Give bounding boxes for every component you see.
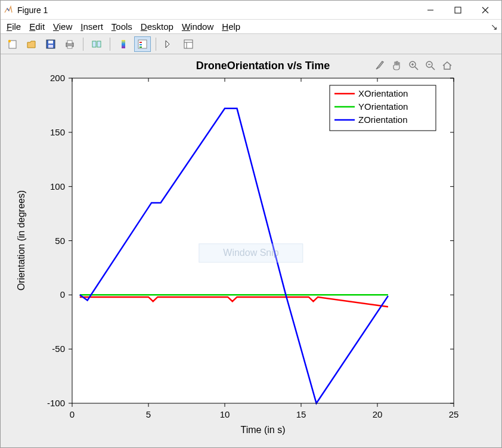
svg-rect-19 (184, 40, 193, 48)
menubar: File Edit View Insert Tools Desktop Wind… (1, 20, 501, 34)
maximize-button[interactable] (444, 1, 472, 19)
chart-svg: DroneOrientation v/s Time Orientation (i… (1, 54, 501, 448)
svg-text:200: 200 (50, 73, 65, 83)
colorbar-button[interactable] (115, 36, 132, 52)
svg-text:20: 20 (373, 409, 383, 419)
svg-rect-1 (455, 7, 461, 13)
legend-label: XOrientation (358, 88, 408, 98)
titlebar: Figure 1 (1, 1, 501, 20)
matlab-icon (3, 5, 14, 16)
svg-rect-10 (67, 41, 72, 44)
svg-text:100: 100 (50, 181, 65, 191)
svg-rect-8 (48, 45, 53, 48)
legend-label: ZOrientation (358, 115, 408, 125)
menu-view[interactable]: View (53, 21, 72, 32)
zoom-out-icon[interactable] (424, 59, 437, 72)
print-button[interactable] (61, 36, 78, 52)
axes-toolbar (374, 59, 454, 72)
toolbar (1, 34, 501, 54)
dock-icon[interactable]: ↘ (491, 22, 498, 32)
menu-window[interactable]: Window (182, 21, 213, 32)
window-title: Figure 1 (17, 5, 48, 15)
save-button[interactable] (42, 36, 59, 52)
menu-tools[interactable]: Tools (111, 21, 132, 32)
svg-text:15: 15 (296, 409, 306, 419)
svg-text:0: 0 (70, 409, 75, 419)
svg-rect-12 (92, 41, 96, 47)
svg-line-70 (432, 67, 435, 70)
legend[interactable]: XOrientationYOrientationZOrientation (330, 85, 436, 131)
zoom-in-icon[interactable] (407, 59, 420, 72)
svg-text:50: 50 (55, 236, 65, 246)
link-plot-button[interactable] (88, 36, 105, 52)
legend-label: YOrientation (358, 101, 408, 112)
chart-title: DroneOrientation v/s Time (196, 60, 330, 72)
property-inspector-button[interactable] (180, 36, 197, 52)
legend-button[interactable] (134, 36, 151, 52)
menu-insert[interactable]: Insert (80, 21, 103, 32)
svg-text:0: 0 (60, 289, 65, 299)
menu-edit[interactable]: Edit (29, 21, 45, 32)
y-axis-label: Orientation (in degrees) (16, 190, 26, 291)
brush-icon[interactable] (374, 59, 387, 72)
svg-rect-11 (67, 46, 72, 48)
minimize-button[interactable] (417, 1, 444, 19)
svg-text:25: 25 (449, 409, 459, 419)
svg-text:5: 5 (146, 409, 151, 419)
svg-text:-50: -50 (52, 344, 65, 354)
svg-text:150: 150 (50, 127, 65, 137)
pan-icon[interactable] (391, 59, 404, 72)
svg-rect-14 (122, 40, 125, 48)
svg-rect-13 (97, 41, 101, 47)
menu-file[interactable]: File (7, 21, 21, 32)
svg-rect-7 (48, 41, 53, 44)
home-icon[interactable] (441, 59, 454, 72)
edit-plot-button[interactable] (161, 36, 178, 52)
svg-point-5 (8, 39, 11, 42)
new-figure-button[interactable] (4, 36, 21, 52)
close-button[interactable] (472, 1, 499, 19)
menu-desktop[interactable]: Desktop (141, 21, 173, 32)
open-button[interactable] (23, 36, 40, 52)
x-axis-label: Time (in s) (241, 425, 286, 435)
svg-text:10: 10 (220, 409, 230, 419)
svg-line-66 (415, 67, 418, 70)
menu-help[interactable]: Help (222, 21, 240, 32)
svg-text:-100: -100 (47, 398, 65, 408)
plot-area: DroneOrientation v/s Time Orientation (i… (1, 54, 501, 447)
